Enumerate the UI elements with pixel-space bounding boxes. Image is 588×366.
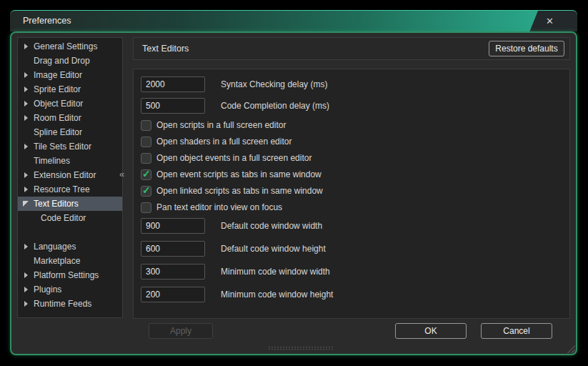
section-title: Text Editors bbox=[142, 44, 489, 54]
sidebar-item-object-editor[interactable]: Object Editor bbox=[18, 97, 122, 111]
checkbox-unchecked[interactable] bbox=[141, 137, 151, 147]
chevron-collapsed-icon bbox=[18, 115, 34, 121]
field-label: Minimum code window width bbox=[221, 267, 330, 277]
titlebar[interactable]: Preferences ✕ bbox=[10, 10, 577, 31]
checkbox-row: ✓Open event scripts as tabs in same wind… bbox=[141, 169, 569, 180]
restore-defaults-button[interactable]: Restore defaults bbox=[489, 41, 564, 56]
checkbox-label: Open scripts in a full screen editor bbox=[156, 120, 286, 130]
chevron-collapsed-icon bbox=[18, 86, 34, 92]
sidebar-item-label: Marketplace bbox=[34, 256, 80, 266]
chevron-collapsed-icon bbox=[18, 172, 34, 178]
sidebar-item-label: Plugins bbox=[34, 285, 61, 295]
chevron-collapsed-icon bbox=[18, 244, 34, 249]
checkbox-checked[interactable]: ✓ bbox=[141, 169, 151, 180]
sidebar-item-plugins[interactable]: Plugins bbox=[18, 282, 122, 297]
close-icon: ✕ bbox=[546, 11, 554, 31]
number-field-row: Code Completion delay (ms) bbox=[141, 98, 569, 114]
sidebar-item-sprite-editor[interactable]: Sprite Editor bbox=[18, 82, 122, 97]
field-label: Code Completion delay (ms) bbox=[221, 101, 329, 111]
settings-form: Syntax Checking delay (ms)Code Completio… bbox=[133, 69, 570, 319]
sidebar-item-room-editor[interactable]: Room Editor bbox=[18, 111, 122, 125]
ok-button[interactable]: OK bbox=[395, 323, 467, 339]
sidebar-item-label: Code Editor bbox=[41, 213, 86, 223]
sidebar-item-label: Timelines bbox=[34, 156, 70, 166]
dialog-body: General SettingsDrag and DropImage Edito… bbox=[10, 31, 577, 355]
chevron-collapsed-icon bbox=[18, 101, 34, 107]
sidebar-item-languages[interactable]: Languages bbox=[18, 239, 122, 254]
sidebar-item-extension-editor[interactable]: Extension Editor bbox=[18, 168, 122, 182]
number-input[interactable] bbox=[141, 264, 205, 280]
collapse-sidebar-icon[interactable]: « bbox=[119, 169, 124, 179]
number-input[interactable] bbox=[141, 98, 205, 114]
chevron-collapsed-icon bbox=[18, 287, 34, 292]
checkbox-label: Open shaders in a full screen editor bbox=[156, 137, 291, 147]
field-label: Default code window height bbox=[221, 244, 326, 254]
screen: Preferences ✕ General SettingsDrag and D… bbox=[0, 0, 588, 366]
sidebar-item-marketplace[interactable]: Marketplace bbox=[18, 254, 122, 268]
sidebar-item-label: Image Editor bbox=[34, 70, 82, 80]
checkbox-unchecked[interactable] bbox=[141, 153, 151, 164]
checkbox-unchecked[interactable] bbox=[141, 202, 151, 213]
sidebar-item-label: Resource Tree bbox=[34, 184, 90, 194]
checkbox-label: Open linked scripts as tabs in same wind… bbox=[156, 186, 323, 196]
sidebar-item-label: Tile Sets Editor bbox=[34, 142, 91, 152]
sidebar-item-label: Runtime Feeds bbox=[34, 299, 91, 309]
checkbox-row: ✓Open linked scripts as tabs in same win… bbox=[141, 185, 569, 197]
sidebar-item-image-editor[interactable]: Image Editor bbox=[18, 68, 122, 82]
sidebar-item-label: Extension Editor bbox=[34, 170, 96, 180]
sidebar-item-label: General Settings bbox=[34, 41, 97, 51]
sidebar-item-label: Text Editors bbox=[34, 199, 79, 209]
section-header: Text Editors Restore defaults bbox=[133, 37, 570, 60]
number-input[interactable] bbox=[141, 241, 205, 257]
resize-handle-corner[interactable] bbox=[566, 344, 575, 353]
sidebar-item-platform-settings[interactable]: Platform Settings bbox=[18, 268, 122, 282]
resize-handle-bottom[interactable] bbox=[268, 346, 334, 350]
chevron-collapsed-icon bbox=[18, 72, 34, 78]
checkbox-unchecked[interactable] bbox=[141, 120, 151, 131]
check-icon: ✓ bbox=[142, 184, 151, 196]
number-field-row: Minimum code window width bbox=[141, 264, 569, 280]
checkbox-row: Pan text editor into view on focus bbox=[141, 202, 569, 213]
sidebar-item-label: Room Editor bbox=[34, 113, 81, 123]
number-field-row: Default code window height bbox=[141, 241, 569, 257]
chevron-collapsed-icon bbox=[18, 187, 34, 192]
number-input[interactable] bbox=[141, 287, 205, 302]
apply-button[interactable]: Apply bbox=[149, 323, 213, 339]
field-label: Default code window width bbox=[221, 221, 322, 231]
settings-tree: General SettingsDrag and DropImage Edito… bbox=[17, 37, 123, 318]
chevron-collapsed-icon bbox=[18, 301, 34, 307]
sidebar-item-drag-and-drop[interactable]: Drag and Drop bbox=[18, 54, 122, 68]
sidebar-item-resource-tree[interactable]: Resource Tree bbox=[18, 182, 122, 197]
sidebar-item-label: Drag and Drop bbox=[34, 56, 90, 66]
sidebar-item-text-editors[interactable]: Text Editors bbox=[18, 197, 122, 211]
sidebar-item-code-editor[interactable]: Code Editor bbox=[18, 211, 122, 225]
checkbox-checked[interactable]: ✓ bbox=[141, 186, 151, 197]
tree-spacer bbox=[18, 225, 122, 239]
sidebar-item-runtime-feeds[interactable]: Runtime Feeds bbox=[18, 297, 122, 311]
chevron-collapsed-icon bbox=[18, 144, 34, 149]
number-field-row: Default code window width bbox=[141, 218, 569, 234]
number-input[interactable] bbox=[141, 76, 205, 92]
checkbox-row: Open object events in a full screen edit… bbox=[141, 152, 569, 164]
cancel-button[interactable]: Cancel bbox=[481, 323, 552, 339]
sidebar-item-spline-editor[interactable]: Spline Editor bbox=[18, 125, 122, 139]
number-input[interactable] bbox=[141, 218, 205, 234]
checkbox-label: Open object events in a full screen edit… bbox=[156, 153, 312, 163]
checkbox-row: Open shaders in a full screen editor bbox=[141, 136, 569, 147]
sidebar-item-label: Platform Settings bbox=[34, 270, 99, 280]
checkbox-label: Open event scripts as tabs in same windo… bbox=[156, 169, 322, 179]
chevron-collapsed-icon bbox=[18, 44, 34, 49]
check-icon: ✓ bbox=[142, 168, 151, 179]
checkbox-label: Pan text editor into view on focus bbox=[156, 202, 282, 212]
sidebar-item-label: Spline Editor bbox=[34, 127, 82, 137]
field-label: Syntax Checking delay (ms) bbox=[221, 79, 327, 89]
sidebar-item-label: Sprite Editor bbox=[34, 84, 81, 94]
sidebar-item-timelines[interactable]: Timelines bbox=[18, 154, 122, 168]
sidebar-item-tile-sets-editor[interactable]: Tile Sets Editor bbox=[18, 139, 122, 154]
sidebar-item-general-settings[interactable]: General Settings bbox=[18, 39, 122, 54]
preferences-dialog: Preferences ✕ General SettingsDrag and D… bbox=[10, 10, 577, 355]
window-title: Preferences bbox=[23, 11, 71, 31]
sidebar-item-label: Object Editor bbox=[34, 99, 83, 109]
field-label: Minimum code window height bbox=[221, 290, 333, 300]
number-field-row: Syntax Checking delay (ms) bbox=[141, 76, 569, 92]
